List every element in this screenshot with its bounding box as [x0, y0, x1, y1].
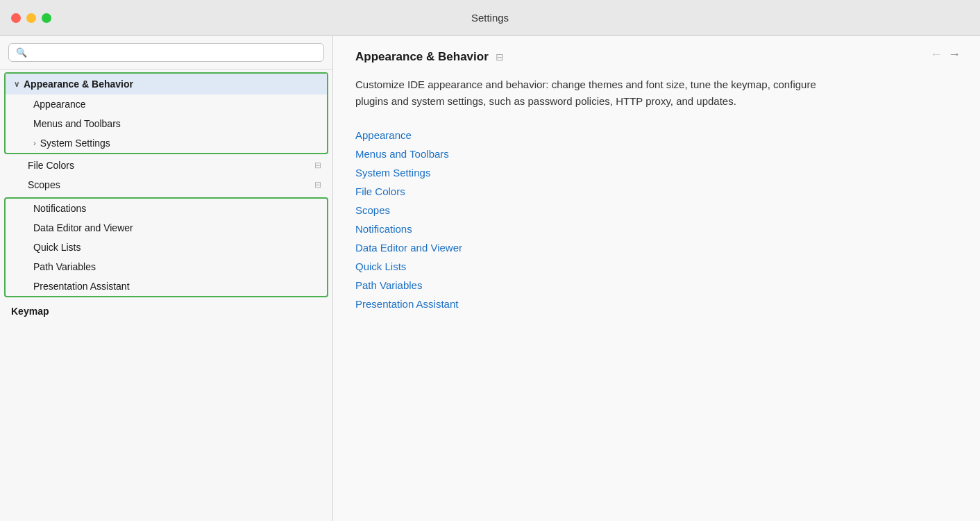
- sidebar-item-keymap[interactable]: Keymap: [0, 300, 332, 322]
- sidebar-item-label: Keymap: [11, 306, 49, 317]
- sidebar-item-label: Notifications: [33, 203, 86, 214]
- close-button[interactable]: [11, 13, 21, 23]
- chevron-right-icon: ›: [33, 139, 36, 147]
- panel-title: Appearance & Behavior: [355, 50, 489, 64]
- panel-link-data-editor[interactable]: Data Editor and Viewer: [355, 242, 958, 254]
- panel-header-icon: ⊟: [496, 51, 504, 63]
- panel-link-presentation[interactable]: Presentation Assistant: [355, 298, 958, 310]
- panel-link-path-variables[interactable]: Path Variables: [355, 279, 958, 291]
- sidebar-item-system-settings[interactable]: › System Settings: [6, 133, 327, 153]
- search-bar: 🔍: [0, 36, 332, 69]
- sidebar: 🔍 ∨ Appearance & Behavior Appearance Men…: [0, 36, 333, 521]
- window-controls: [11, 13, 51, 23]
- sidebar-item-label: Menus and Toolbars: [33, 118, 121, 129]
- sidebar-item-label: Appearance & Behavior: [24, 78, 133, 90]
- sidebar-item-presentation-assistant[interactable]: Presentation Assistant: [6, 276, 327, 296]
- panel-description: Customize IDE appearance and behavior: c…: [355, 76, 841, 110]
- sidebar-item-label: Quick Lists: [33, 242, 81, 253]
- sidebar-item-label: System Settings: [40, 138, 110, 149]
- maximize-button[interactable]: [42, 13, 51, 23]
- sidebar-item-label: Presentation Assistant: [33, 281, 130, 292]
- sidebar-item-label: File Colors: [28, 160, 74, 171]
- sidebar-item-label: Appearance: [33, 99, 86, 110]
- search-wrapper: 🔍: [8, 43, 324, 62]
- sidebar-item-menus-toolbars[interactable]: Menus and Toolbars: [6, 114, 327, 133]
- panel-link-appearance[interactable]: Appearance: [355, 129, 958, 141]
- panel-header: Appearance & Behavior ⊟: [355, 50, 958, 64]
- sidebar-item-label: Path Variables: [33, 261, 96, 272]
- sidebar-item-path-variables[interactable]: Path Variables: [6, 257, 327, 276]
- panel-link-notifications[interactable]: Notifications: [355, 223, 958, 235]
- sidebar-item-quick-lists[interactable]: Quick Lists: [6, 238, 327, 257]
- panel-link-system[interactable]: System Settings: [355, 167, 958, 179]
- panel-link-scopes[interactable]: Scopes: [355, 204, 958, 216]
- sidebar-list: ∨ Appearance & Behavior Appearance Menus…: [0, 69, 332, 521]
- panel-links: Appearance Menus and Toolbars System Set…: [355, 129, 958, 310]
- panel-link-quick-lists[interactable]: Quick Lists: [355, 260, 958, 272]
- chevron-down-icon: ∨: [14, 80, 19, 89]
- sidebar-item-data-editor[interactable]: Data Editor and Viewer: [6, 218, 327, 238]
- window-icon: ⊟: [314, 160, 321, 170]
- sidebar-item-file-colors[interactable]: File Colors ⊟: [0, 156, 332, 175]
- panel-link-menus[interactable]: Menus and Toolbars: [355, 148, 958, 160]
- nav-forward-button[interactable]: →: [948, 47, 961, 62]
- search-input[interactable]: [31, 47, 316, 58]
- sidebar-item-label: Data Editor and Viewer: [33, 222, 133, 233]
- sidebar-item-scopes[interactable]: Scopes ⊟: [0, 175, 332, 195]
- right-panel: ← → Appearance & Behavior ⊟ Customize ID…: [333, 36, 980, 521]
- window-title: Settings: [471, 12, 509, 24]
- minimize-button[interactable]: [26, 13, 36, 23]
- green-group-2: Notifications Data Editor and Viewer Qui…: [4, 197, 328, 297]
- sidebar-item-appearance-behavior[interactable]: ∨ Appearance & Behavior: [6, 74, 327, 94]
- nav-arrows: ← →: [930, 47, 961, 62]
- main-content: 🔍 ∨ Appearance & Behavior Appearance Men…: [0, 36, 980, 521]
- sidebar-item-appearance[interactable]: Appearance: [6, 94, 327, 114]
- search-icon: 🔍: [16, 47, 27, 58]
- nav-back-button[interactable]: ←: [930, 47, 943, 62]
- green-group-1: ∨ Appearance & Behavior Appearance Menus…: [4, 72, 328, 154]
- panel-link-file-colors[interactable]: File Colors: [355, 185, 958, 197]
- titlebar: Settings: [0, 0, 980, 36]
- sidebar-item-notifications[interactable]: Notifications: [6, 199, 327, 218]
- sidebar-item-label: Scopes: [28, 179, 60, 190]
- window-icon-2: ⊟: [314, 180, 321, 190]
